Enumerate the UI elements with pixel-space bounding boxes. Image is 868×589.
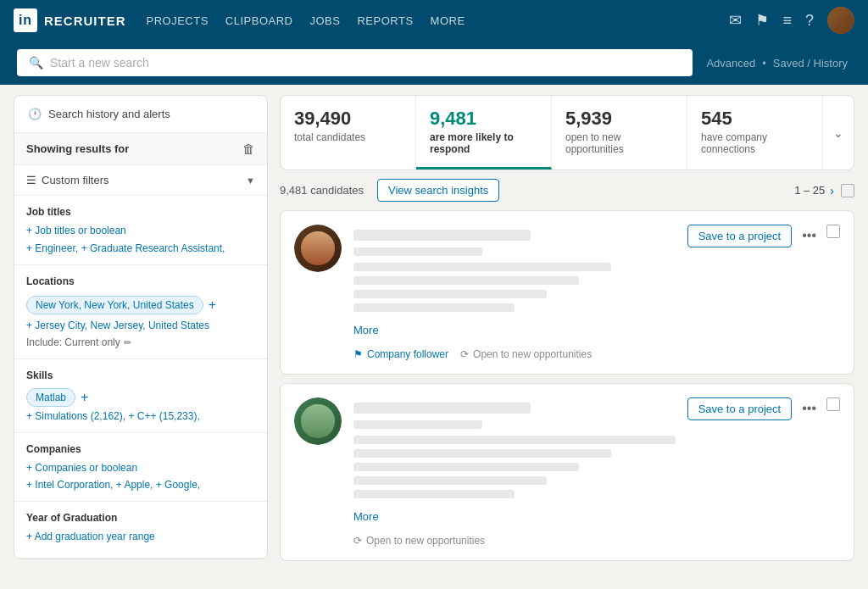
stat-likely-number: 9,481 <box>430 108 537 130</box>
open-icon: ⟳ <box>460 348 469 360</box>
brand-logo[interactable]: in RECRUITER <box>14 8 126 32</box>
more-link-1[interactable]: More <box>353 324 379 336</box>
company-tags[interactable]: + Intel Corporation, + Apple, + Google, <box>26 479 255 491</box>
candidate-card: More ⚑ Company follower ⟳ Open to new op… <box>280 210 854 375</box>
candidate-info-2 <box>353 276 579 285</box>
add-skill-icon[interactable]: + <box>81 390 88 405</box>
candidate-info2-4 <box>353 476 547 485</box>
stat-open-label: open to new opportunities <box>565 131 673 155</box>
nav-more[interactable]: MORE <box>431 11 465 31</box>
search-icon: 🔍 <box>29 56 43 69</box>
stat-total[interactable]: 39,490 total candidates <box>281 96 416 169</box>
nav-clipboard[interactable]: CLIPBOARD <box>225 11 293 31</box>
skills-section: Skills Matlab + + Simulations (2,162), +… <box>14 359 267 433</box>
primary-skill-tag[interactable]: Matlab <box>26 388 75 407</box>
job-tag-engineer[interactable]: + Engineer, <box>26 242 78 254</box>
candidate-info2-3 <box>353 463 579 471</box>
search-bar-row: 🔍 Start a new search Advanced•Saved / Hi… <box>0 41 868 85</box>
chevron-down-icon: ⌄ <box>833 126 843 140</box>
mail-icon[interactable]: ✉ <box>729 11 742 30</box>
more-actions-button-2[interactable]: ••• <box>798 397 820 420</box>
open-icon-2: ⟳ <box>353 535 362 547</box>
filter-label: ☰ Custom filters <box>26 174 108 186</box>
nav-reports[interactable]: REPORTS <box>357 11 413 31</box>
candidate-info-4 <box>353 303 515 312</box>
other-skills[interactable]: + Simulations (2,162), + C++ (15,233), <box>26 410 255 422</box>
candidate-title-placeholder-2 <box>353 420 482 429</box>
candidate-avatar-1 <box>294 225 342 272</box>
save-to-project-button-2[interactable]: Save to a project <box>687 397 793 420</box>
candidates-count: 9,481 candidates <box>280 184 364 197</box>
list-icon[interactable]: ≡ <box>782 12 792 30</box>
add-location-icon[interactable]: + <box>209 297 216 313</box>
stat-total-number: 39,490 <box>294 108 402 130</box>
candidate-name-placeholder-2 <box>353 403 531 414</box>
candidate-actions-2: Save to a project ••• <box>687 397 840 547</box>
candidate-info2-5 <box>353 490 515 498</box>
nav-icons: ✉ ⚑ ≡ ? <box>729 7 854 34</box>
candidate-name-placeholder <box>353 230 531 241</box>
filter-icon: ☰ <box>26 174 36 186</box>
select-all-checkbox[interactable] <box>841 184 854 197</box>
user-avatar[interactable] <box>827 7 854 34</box>
nav-links: PROJECTS CLIPBOARD JOBS REPORTS MORE <box>147 11 709 31</box>
toolbar-right: 1 – 25 › <box>794 184 854 197</box>
candidate-checkbox-1[interactable] <box>826 225 840 238</box>
graduation-heading: Year of Graduation <box>26 512 255 524</box>
history-label: Search history and alerts <box>48 108 170 120</box>
job-tag-research[interactable]: + Graduate Research Assistant, <box>81 242 225 254</box>
open-opportunities-badge-1: ⟳ Open to new opportunities <box>460 348 592 360</box>
help-icon[interactable]: ? <box>805 12 814 30</box>
companies-heading: Companies <box>26 443 255 455</box>
sidebar-history[interactable]: 🕐 Search history and alerts <box>14 96 267 133</box>
sidebar: 🕐 Search history and alerts Showing resu… <box>14 95 268 559</box>
job-titles-section: Job titles + Job titles or boolean + Eng… <box>14 196 267 265</box>
primary-location-tag[interactable]: New York, New York, United States <box>26 296 203 314</box>
candidate-info-3 <box>353 290 547 298</box>
edit-icon[interactable]: ✏ <box>124 337 131 348</box>
add-graduation[interactable]: + Add graduation year range <box>26 531 255 542</box>
job-title-tags: + Engineer, + Graduate Research Assistan… <box>26 242 255 254</box>
candidate-info2-2 <box>353 449 611 458</box>
badges-row-1: ⚑ Company follower ⟳ Open to new opportu… <box>353 348 676 360</box>
candidates-toolbar: 9,481 candidates View search insights 1 … <box>280 179 854 202</box>
pagination: 1 – 25 › <box>794 184 834 197</box>
main-container: 🕐 Search history and alerts Showing resu… <box>0 85 868 580</box>
locations-heading: Locations <box>26 275 255 287</box>
more-actions-button-1[interactable]: ••• <box>798 225 820 247</box>
stat-likely-label: are more likely to respond <box>430 131 537 155</box>
add-companies[interactable]: + Companies or boolean <box>26 462 255 474</box>
stat-total-label: total candidates <box>294 131 402 143</box>
save-to-project-button-1[interactable]: Save to a project <box>687 225 793 247</box>
stat-connected[interactable]: 545 have company connections <box>687 96 823 169</box>
nav-projects[interactable]: PROJECTS <box>147 11 209 31</box>
candidate-card-2: More ⟳ Open to new opportunities Save to… <box>280 383 854 561</box>
flag-icon[interactable]: ⚑ <box>755 11 769 30</box>
candidate-title-placeholder <box>353 247 482 256</box>
sidebar-filters-row[interactable]: ☰ Custom filters ▼ <box>14 165 267 196</box>
stat-connected-label: have company connections <box>701 131 809 155</box>
stat-likely[interactable]: 9,481 are more likely to respond <box>416 96 552 169</box>
job-titles-heading: Job titles <box>26 206 255 218</box>
badges-row-2: ⟳ Open to new opportunities <box>353 535 676 547</box>
sidebar-showing: Showing results for 🗑 <box>14 133 267 165</box>
more-link-2[interactable]: More <box>353 510 379 523</box>
add-job-titles[interactable]: + Job titles or boolean <box>26 225 255 236</box>
next-page-icon[interactable]: › <box>830 184 834 197</box>
secondary-location[interactable]: + Jersey City, New Jersey, United States <box>26 320 255 331</box>
candidate-body-1: More ⚑ Company follower ⟳ Open to new op… <box>353 225 676 360</box>
candidate-avatar-2 <box>294 397 342 445</box>
stat-open[interactable]: 5,939 open to new opportunities <box>552 96 687 169</box>
locations-section: Locations New York, New York, United Sta… <box>14 265 267 359</box>
filter-chevron-icon[interactable]: ▼ <box>246 175 255 186</box>
candidate-checkbox-2[interactable] <box>826 397 840 411</box>
search-advanced[interactable]: Advanced•Saved / History <box>703 57 851 69</box>
include-line: Include: Current only ✏ <box>26 336 255 348</box>
view-insights-button[interactable]: View search insights <box>377 179 499 202</box>
nav-jobs[interactable]: JOBS <box>310 11 341 31</box>
search-input-wrap[interactable]: 🔍 Start a new search <box>17 49 693 76</box>
candidate-info-1 <box>353 263 611 271</box>
stats-row: 39,490 total candidates 9,481 are more l… <box>280 95 854 170</box>
delete-icon[interactable]: 🗑 <box>242 142 255 156</box>
stat-expand[interactable]: ⌄ <box>823 96 854 169</box>
